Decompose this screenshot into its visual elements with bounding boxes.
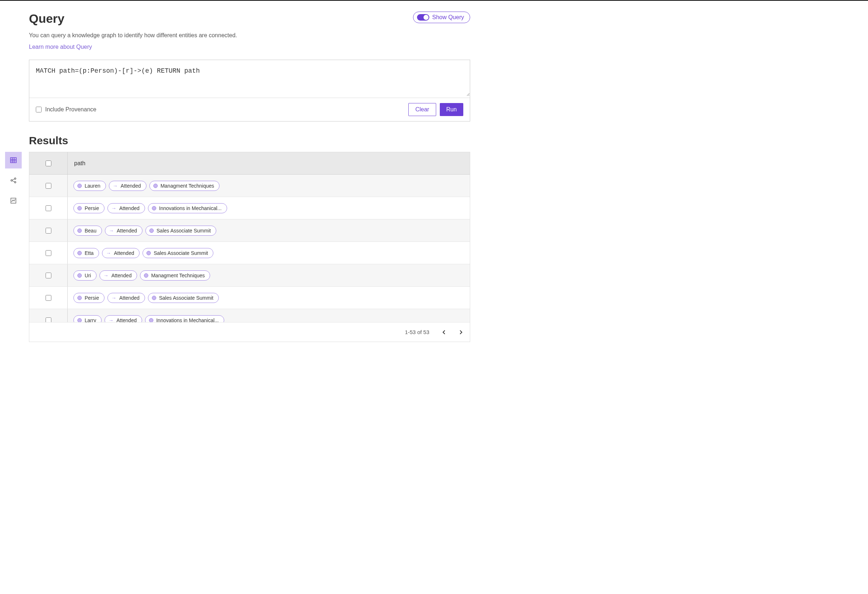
- svg-point-5: [11, 180, 12, 181]
- relation-chip[interactable]: →Attended: [109, 181, 146, 191]
- entity-chip-event[interactable]: Sales Associate Summit: [143, 248, 213, 258]
- show-query-toggle[interactable]: Show Query: [413, 12, 470, 23]
- svg-rect-0: [10, 158, 16, 163]
- path-cell: Persie→AttendedSales Associate Summit: [68, 287, 470, 309]
- relation-chip[interactable]: →Attended: [99, 270, 137, 280]
- entity-chip-event[interactable]: Managment Techniques: [149, 181, 220, 191]
- row-checkbox[interactable]: [46, 183, 52, 189]
- dot-icon: [144, 273, 148, 278]
- relation-name: Attended: [117, 317, 137, 323]
- clear-button[interactable]: Clear: [408, 103, 436, 116]
- graph-icon: [10, 177, 17, 184]
- relation-name: Attended: [111, 273, 131, 279]
- table-row: Beau→AttendedSales Associate Summit: [29, 220, 470, 242]
- show-query-label: Show Query: [432, 14, 464, 21]
- dot-icon: [77, 228, 82, 233]
- row-checkbox[interactable]: [46, 228, 52, 234]
- entity-chip-person[interactable]: Uri: [74, 270, 97, 280]
- entity-chip-event[interactable]: Innovations in Mechanical...: [145, 315, 224, 323]
- arrow-right-icon: →: [109, 228, 114, 234]
- row-checkbox[interactable]: [46, 273, 52, 279]
- row-checkbox[interactable]: [46, 205, 52, 211]
- dot-icon: [77, 206, 82, 211]
- event-name: Sales Associate Summit: [156, 228, 211, 234]
- relation-name: Attended: [120, 295, 140, 301]
- arrow-right-icon: →: [108, 317, 114, 323]
- dot-icon: [152, 206, 156, 211]
- relation-chip[interactable]: →Attended: [108, 203, 145, 213]
- include-provenance-label: Include Provenance: [45, 106, 96, 113]
- query-box: MATCH path=(p:Person)-[r]->(e) RETURN pa…: [29, 60, 470, 121]
- entity-chip-person[interactable]: Larry: [74, 315, 102, 323]
- path-cell: Persie→AttendedInnovations in Mechanical…: [68, 197, 470, 219]
- table-row: Persie→AttendedInnovations in Mechanical…: [29, 197, 470, 220]
- dot-icon: [152, 296, 156, 300]
- svg-point-6: [15, 178, 16, 179]
- event-name: Innovations in Mechanical...: [156, 317, 219, 323]
- entity-chip-person[interactable]: Persie: [74, 293, 105, 303]
- chart-view-tab[interactable]: [5, 192, 22, 209]
- entity-chip-person[interactable]: Lauren: [74, 181, 106, 191]
- results-panel: path Lauren→AttendedManagment Techniques…: [29, 152, 470, 342]
- path-cell: Etta→AttendedSales Associate Summit: [68, 242, 470, 264]
- run-button[interactable]: Run: [440, 103, 463, 116]
- arrow-right-icon: →: [111, 205, 117, 211]
- arrow-right-icon: →: [106, 250, 111, 256]
- entity-chip-event[interactable]: Managment Techniques: [140, 270, 210, 280]
- arrow-right-icon: →: [113, 183, 118, 189]
- pager-prev-button[interactable]: [442, 330, 446, 335]
- table-row: Larry→AttendedInnovations in Mechanical.…: [29, 309, 470, 322]
- chevron-left-icon: [442, 330, 446, 335]
- entity-chip-event[interactable]: Sales Associate Summit: [145, 226, 216, 236]
- chevron-right-icon: [459, 330, 462, 335]
- relation-name: Attended: [114, 250, 134, 256]
- event-name: Managment Techniques: [151, 273, 205, 279]
- results-title: Results: [29, 134, 470, 147]
- relation-name: Attended: [120, 205, 140, 211]
- learn-more-link[interactable]: Learn more about Query: [29, 44, 92, 50]
- query-input[interactable]: MATCH path=(p:Person)-[r]->(e) RETURN pa…: [29, 60, 470, 96]
- row-checkbox[interactable]: [46, 317, 52, 323]
- path-cell: Lauren→AttendedManagment Techniques: [68, 175, 470, 197]
- dot-icon: [154, 184, 158, 188]
- entity-chip-person[interactable]: Persie: [74, 203, 105, 213]
- event-name: Innovations in Mechanical...: [159, 205, 222, 211]
- event-name: Sales Associate Summit: [159, 295, 213, 301]
- event-name: Managment Techniques: [161, 183, 214, 189]
- dot-icon: [149, 228, 154, 233]
- svg-rect-10: [11, 198, 16, 203]
- dot-icon: [77, 296, 82, 300]
- select-all-checkbox[interactable]: [46, 161, 52, 166]
- pager: 1-53 of 53: [29, 322, 470, 342]
- include-provenance-input[interactable]: [36, 107, 41, 112]
- pager-range: 1-53 of 53: [405, 329, 429, 335]
- row-checkbox[interactable]: [46, 250, 52, 256]
- table-row: Uri→AttendedManagment Techniques: [29, 264, 470, 287]
- svg-point-7: [15, 181, 16, 183]
- table-row: Persie→AttendedSales Associate Summit: [29, 287, 470, 309]
- relation-name: Attended: [121, 183, 141, 189]
- relation-chip[interactable]: →Attended: [108, 293, 145, 303]
- entity-chip-event[interactable]: Innovations in Mechanical...: [148, 203, 227, 213]
- column-header-path: path: [68, 160, 470, 167]
- svg-line-8: [12, 179, 15, 180]
- row-checkbox[interactable]: [46, 295, 52, 301]
- table-view-tab[interactable]: [5, 152, 22, 168]
- relation-chip[interactable]: →Attended: [105, 315, 142, 323]
- relation-chip[interactable]: →Attended: [105, 226, 143, 236]
- pager-next-button[interactable]: [459, 330, 462, 335]
- relation-chip[interactable]: →Attended: [102, 248, 140, 258]
- table-icon: [10, 156, 17, 164]
- dot-icon: [149, 318, 154, 323]
- relation-name: Attended: [117, 228, 137, 234]
- person-name: Persie: [85, 295, 99, 301]
- entity-chip-event[interactable]: Sales Associate Summit: [148, 293, 219, 303]
- dot-icon: [77, 273, 82, 278]
- graph-view-tab[interactable]: [5, 172, 22, 189]
- chart-icon: [10, 197, 17, 204]
- table-row: Lauren→AttendedManagment Techniques: [29, 175, 470, 197]
- entity-chip-person[interactable]: Beau: [74, 226, 102, 236]
- include-provenance-checkbox[interactable]: Include Provenance: [36, 106, 96, 113]
- entity-chip-person[interactable]: Etta: [74, 248, 99, 258]
- dot-icon: [146, 251, 151, 255]
